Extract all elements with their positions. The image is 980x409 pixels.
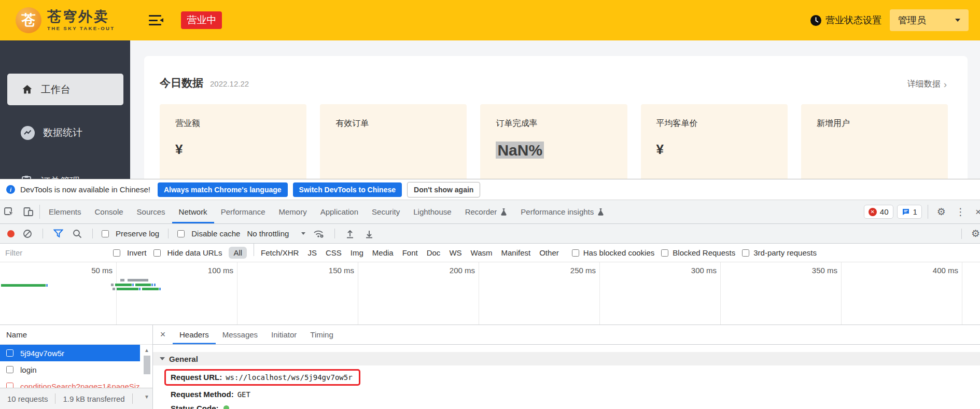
stat-label: 平均客单价 — [656, 118, 788, 129]
filter-type-media[interactable]: Media — [372, 248, 394, 257]
scroll-down-icon[interactable]: ▼ — [144, 394, 149, 400]
third-party-requests-filter[interactable]: 3rd-party requests — [742, 248, 817, 257]
status-setting-label: 营业状态设置 — [825, 14, 881, 26]
request-row-websocket[interactable]: 5j94gv7ow5r — [0, 345, 140, 361]
more-options-kebab-icon[interactable]: ⋮ — [953, 206, 969, 218]
tab-network[interactable]: Network — [172, 200, 214, 223]
preserve-log-checkbox[interactable] — [102, 230, 109, 237]
tab-security[interactable]: Security — [365, 200, 407, 223]
filter-type-fetch-xhr[interactable]: Fetch/XHR — [261, 248, 299, 257]
console-errors-badge[interactable]: ✕ 40 — [864, 205, 893, 219]
network-overview-timeline[interactable]: 50 ms 100 ms 150 ms 200 ms 250 ms 300 ms… — [0, 262, 980, 325]
inspect-element-icon[interactable] — [0, 200, 19, 223]
timeline-tick: 400 ms — [933, 266, 958, 275]
filter-type-doc[interactable]: Doc — [427, 248, 441, 257]
search-icon[interactable] — [71, 229, 83, 238]
business-status-setting[interactable]: 营业状态设置 — [810, 14, 881, 26]
hide-data-urls-checkbox[interactable] — [153, 249, 161, 257]
stat-value: ¥ — [175, 142, 306, 158]
close-detail-icon[interactable]: × — [153, 325, 173, 344]
waterfall-bar — [151, 284, 153, 286]
disable-cache-label[interactable]: Disable cache — [191, 229, 240, 238]
match-language-button[interactable]: Always match Chrome's language — [158, 182, 288, 197]
devtools-close-icon[interactable]: × — [972, 206, 980, 218]
filter-type-js[interactable]: JS — [307, 248, 317, 257]
import-har-icon[interactable] — [344, 229, 356, 238]
filter-type-other[interactable]: Other — [539, 248, 559, 257]
export-har-icon[interactable] — [363, 229, 375, 238]
network-conditions-icon[interactable] — [312, 229, 326, 238]
detail-data-link[interactable]: 详细数据 › — [907, 79, 947, 90]
filter-type-all[interactable]: All — [229, 247, 247, 259]
request-checkbox[interactable] — [6, 349, 13, 357]
clear-network-log-icon[interactable] — [21, 229, 34, 238]
detail-tab-timing[interactable]: Timing — [303, 325, 340, 344]
filter-type-manifest[interactable]: Manifest — [501, 248, 531, 257]
invert-label[interactable]: Invert — [127, 248, 147, 257]
detail-tab-messages[interactable]: Messages — [216, 325, 264, 344]
preserve-log-label[interactable]: Preserve log — [116, 229, 159, 238]
has-blocked-cookies-checkbox[interactable] — [572, 249, 579, 257]
tab-elements[interactable]: Elements — [42, 200, 88, 223]
collapse-menu-icon[interactable] — [149, 15, 162, 25]
switch-chinese-button[interactable]: Switch DevTools to Chinese — [293, 182, 402, 197]
tab-console[interactable]: Console — [88, 200, 130, 223]
filter-input[interactable] — [5, 248, 106, 257]
request-row-login[interactable]: login — [0, 361, 140, 378]
hide-data-urls-label[interactable]: Hide data URLs — [167, 248, 222, 257]
stat-card-new-users: 新增用户 — [801, 104, 948, 179]
disable-cache-checkbox[interactable] — [177, 230, 185, 237]
name-column-header[interactable]: Name — [0, 325, 152, 345]
network-filter-bar: Invert Hide data URLs All Fetch/XHR JS C… — [0, 244, 980, 262]
stat-value: NaN% — [496, 142, 627, 159]
blocked-requests-checkbox[interactable] — [661, 249, 668, 257]
filter-type-ws[interactable]: WS — [449, 248, 461, 257]
detail-tab-initiator[interactable]: Initiator — [264, 325, 303, 344]
issues-badge[interactable]: 1 — [897, 205, 922, 219]
tab-performance[interactable]: Performance — [214, 200, 272, 223]
app-logo: 苍 苍穹外卖 THE SKY TAKE-OUT — [16, 7, 115, 33]
invert-checkbox[interactable] — [113, 249, 120, 257]
tab-memory[interactable]: Memory — [272, 200, 314, 223]
filter-type-css[interactable]: CSS — [326, 248, 342, 257]
stat-value: ¥ — [656, 142, 788, 158]
blocked-requests-filter[interactable]: Blocked Requests — [661, 248, 735, 257]
scroll-up-icon[interactable]: ▲ — [144, 348, 149, 353]
network-settings-gear-icon[interactable]: ⚙ — [968, 228, 980, 239]
sidebar-item-workbench[interactable]: 工作台 — [7, 74, 123, 105]
home-icon — [22, 84, 33, 95]
tab-lighthouse[interactable]: Lighthouse — [407, 200, 458, 223]
devtools-settings-gear-icon[interactable]: ⚙ — [934, 206, 949, 218]
scrollbar-thumb[interactable] — [144, 356, 150, 374]
tab-recorder[interactable]: Recorder — [458, 200, 514, 223]
stat-card-turnover: 营业额 ¥ — [160, 104, 306, 179]
brand-subtitle: THE SKY TAKE-OUT — [47, 25, 115, 31]
main-content: 今日数据 2022.12.22 详细数据 › 营业额 ¥ 有效订单 订单完成率 — [130, 40, 980, 179]
third-party-requests-checkbox[interactable] — [742, 249, 749, 257]
record-network-log-icon[interactable] — [7, 230, 15, 237]
tab-sources[interactable]: Sources — [130, 200, 172, 223]
filter-type-wasm[interactable]: Wasm — [471, 248, 493, 257]
filter-funnel-icon[interactable] — [52, 229, 64, 238]
sidebar-item-statistics[interactable]: 数据统计 — [0, 120, 130, 145]
request-list-scrollbar[interactable]: ▲ ▼ — [143, 348, 150, 400]
stat-label: 营业额 — [175, 118, 306, 129]
stat-label: 有效订单 — [335, 118, 467, 129]
sidebar-item-label: 数据统计 — [43, 126, 82, 139]
dismiss-button[interactable]: Don't show again — [407, 182, 480, 198]
filter-type-img[interactable]: Img — [351, 248, 363, 257]
sidebar-item-orders[interactable]: 订单管理 — [0, 169, 130, 179]
network-toolbar: Preserve log Disable cache No throttling… — [0, 224, 980, 244]
device-toolbar-icon[interactable] — [19, 200, 37, 223]
tab-application[interactable]: Application — [314, 200, 365, 223]
user-dropdown[interactable]: 管理员 — [890, 9, 969, 31]
detail-tab-headers[interactable]: Headers — [173, 325, 216, 344]
general-section-header[interactable]: General — [153, 352, 980, 365]
tab-performance-insights[interactable]: Performance insights — [514, 200, 611, 223]
chevron-down-icon — [955, 19, 960, 22]
has-blocked-cookies-filter[interactable]: Has blocked cookies — [572, 248, 655, 257]
request-checkbox[interactable] — [6, 366, 13, 373]
request-method-row: Request Method:GET — [171, 390, 980, 399]
throttling-dropdown[interactable]: No throttling — [247, 229, 305, 238]
filter-type-font[interactable]: Font — [402, 248, 418, 257]
